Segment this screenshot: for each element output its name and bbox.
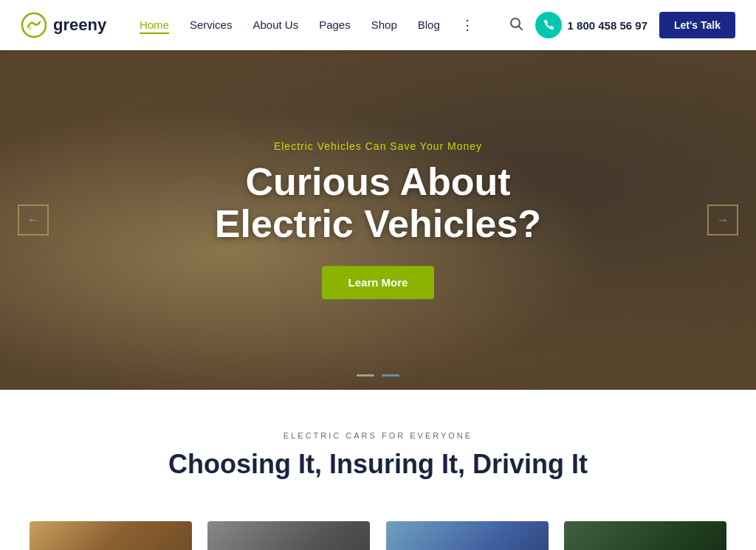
phone-icon [535,12,562,38]
phone-block: 1 800 458 56 97 [535,12,647,38]
nav-link-services[interactable]: Services [190,18,233,31]
card-3[interactable] [386,521,549,550]
section-title: Choosing It, Insuring It, Driving It [30,449,726,480]
logo-text: greeny [53,16,106,35]
hero-title: Curious About Electric Vehicles? [157,161,599,245]
search-icon [509,16,523,31]
hero-next-button[interactable]: → [707,204,738,236]
hero-dot-2[interactable] [382,374,399,377]
nav-menu: Home Services About Us Pages Shop Blog ⋮ [140,17,475,33]
nav-right: 1 800 458 56 97 Let's Talk [509,12,735,38]
hero-title-line2: Electric Vehicles? [215,203,541,246]
nav-item-about[interactable]: About Us [252,18,298,32]
nav-link-shop[interactable]: Shop [371,18,397,31]
svg-line-3 [518,26,522,30]
nav-item-pages[interactable]: Pages [319,18,351,32]
hero-subtitle: Electric Vehicles Can Save Your Money [157,140,599,152]
phone-number: 1 800 458 56 97 [568,19,647,32]
hero-slide-indicators [357,374,399,377]
arrow-left-icon: ← [27,213,39,227]
section-electric-cars: ELECTRIC CARS FOR EVERYONE Choosing It, … [0,390,756,521]
logo-icon [21,12,47,38]
hero-title-line1: Curious About [245,160,510,203]
hero-dot-1[interactable] [357,374,374,377]
card-4[interactable] [564,521,726,550]
nav-link-pages[interactable]: Pages [319,18,351,31]
logo[interactable]: greeny [21,12,106,38]
svg-point-1 [27,26,32,30]
section-label: ELECTRIC CARS FOR EVERYONE [30,431,726,440]
nav-link-home[interactable]: Home [140,18,169,34]
nav-link-blog[interactable]: Blog [418,18,440,31]
arrow-right-icon: → [717,213,729,227]
nav-more-dots[interactable]: ⋮ [461,17,475,33]
search-button[interactable] [509,16,523,35]
phone-svg-icon [542,18,555,32]
nav-link-about[interactable]: About Us [252,18,298,31]
nav-item-blog[interactable]: Blog [418,18,440,32]
hero-section: ← Electric Vehicles Can Save Your Money … [0,50,756,390]
hero-learn-more-button[interactable]: Learn More [322,267,435,300]
hero-content: Electric Vehicles Can Save Your Money Cu… [157,140,599,299]
nav-item-home[interactable]: Home [140,18,169,32]
hero-prev-button[interactable]: ← [18,204,49,236]
nav-item-services[interactable]: Services [190,18,233,32]
lets-talk-button[interactable]: Let's Talk [659,12,735,38]
cards-row [0,521,756,550]
nav-item-shop[interactable]: Shop [371,18,397,32]
svg-point-0 [22,13,46,37]
card-1[interactable] [30,521,192,550]
card-2[interactable] [207,521,370,550]
navbar: greeny Home Services About Us Pages Shop… [0,0,756,50]
